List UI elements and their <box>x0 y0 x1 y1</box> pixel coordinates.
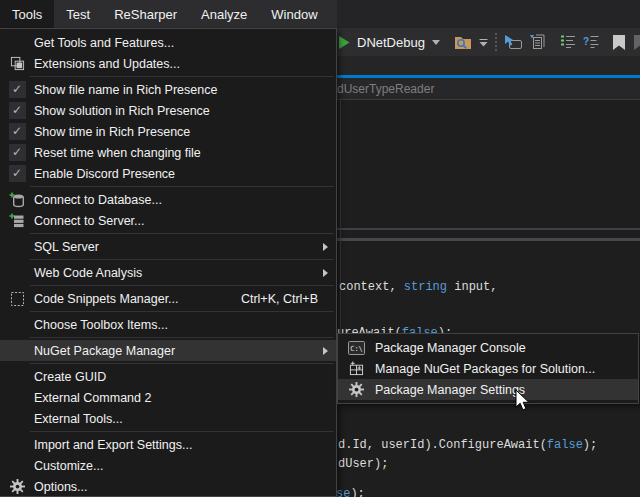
menu-separator <box>30 186 334 187</box>
menu-item-connect-to-database[interactable]: Connect to Database... <box>0 189 336 210</box>
menu-item-label: Options... <box>34 480 88 494</box>
menu-item-label: External Command 2 <box>34 391 151 405</box>
checkmark-icon: ✓ <box>9 144 26 161</box>
split-dropdown-caret-icon[interactable] <box>479 38 488 47</box>
menu-item-label: Choose Toolbox Items... <box>34 318 168 332</box>
submenu-arrow-icon <box>323 347 328 355</box>
run-configuration-label[interactable]: DNetDebug <box>357 35 425 50</box>
menu-item-create-guid[interactable]: Create GUID <box>0 366 336 387</box>
toolbar: DNetDebug ? <box>337 28 640 56</box>
checkmark-icon: ✓ <box>9 102 26 119</box>
comment-lines-icon[interactable]: ? <box>583 35 599 49</box>
menu-item-label: Import and Export Settings... <box>34 438 192 452</box>
format-document-icon[interactable] <box>560 35 576 49</box>
svg-text:?: ? <box>583 36 589 47</box>
show-next-statement-icon[interactable] <box>504 35 523 50</box>
menu-item-label: Create GUID <box>34 370 106 384</box>
menu-separator <box>30 363 334 364</box>
menu-item-external-command-2[interactable]: External Command 2 <box>0 387 336 408</box>
code-line: dUser); <box>338 457 388 471</box>
menubar-item-tools[interactable]: Tools <box>0 0 54 28</box>
menu-item-extensions-and-updates[interactable]: Extensions and Updates... <box>0 53 336 74</box>
menu-separator <box>30 285 334 286</box>
submenu-item-package-manager-console[interactable]: C:\Package Manager Console <box>338 337 638 358</box>
submenu-arrow-icon <box>323 243 328 251</box>
extensions-icon <box>0 56 34 71</box>
menu-item-external-tools[interactable]: External Tools... <box>0 408 336 429</box>
menu-item-show-time-in-rich-presence[interactable]: ✓Show time in Rich Presence <box>0 121 336 142</box>
config-dropdown-caret-icon[interactable] <box>432 40 440 45</box>
menu-item-sql-server[interactable]: SQL Server <box>0 236 336 257</box>
checkmark-icon: ✓ <box>0 81 34 98</box>
menu-item-choose-toolbox-items[interactable]: Choose Toolbox Items... <box>0 314 336 335</box>
menu-item-label: Code Snippets Manager... <box>34 292 179 306</box>
menu-item-label: Web Code Analysis <box>34 266 142 280</box>
menu-item-label: Show file name in Rich Presence <box>34 83 217 97</box>
svg-text:C:\: C:\ <box>350 344 363 352</box>
bookmark-icon[interactable] <box>613 35 625 50</box>
menu-item-label: Show solution in Rich Presence <box>34 104 210 118</box>
menu-item-customize[interactable]: Customize... <box>0 455 336 476</box>
menu-item-label: Manage NuGet Packages for Solution... <box>375 362 595 376</box>
menu-separator <box>30 76 334 77</box>
menu-item-label: Extensions and Updates... <box>34 57 180 71</box>
menu-item-code-snippets-manager[interactable]: Code Snippets Manager...Ctrl+K, Ctrl+B <box>0 288 336 309</box>
menu-separator <box>30 311 334 312</box>
menu-item-get-tools-and-features[interactable]: Get Tools and Features... <box>0 32 336 53</box>
menu-item-label: Reset time when changing file <box>34 146 201 160</box>
checkmark-icon: ✓ <box>0 102 34 119</box>
menubar-right-filler <box>337 0 640 28</box>
breadcrumb-bar[interactable]: dUserTypeReader <box>337 78 640 100</box>
checkmark-icon: ✓ <box>9 123 26 140</box>
menu-item-label: SQL Server <box>34 240 99 254</box>
tab-bar: csIAudioChannel.csAudioService.cs <box>337 56 640 75</box>
gear-icon <box>338 382 375 397</box>
checkmark-icon: ✓ <box>0 165 34 182</box>
submenu-arrow-icon <box>323 269 328 277</box>
nuget-manage-icon <box>338 361 375 376</box>
tools-menu: Get Tools and Features...Extensions and … <box>0 28 337 497</box>
code-line: context, string input, <box>339 280 497 294</box>
menu-item-options[interactable]: Options... <box>0 476 336 497</box>
menu-item-label: Package Manager Console <box>375 341 526 355</box>
menu-separator <box>30 233 334 234</box>
menu-item-import-and-export-settings[interactable]: Import and Export Settings... <box>0 434 336 455</box>
menu-item-show-solution-in-rich-presence[interactable]: ✓Show solution in Rich Presence <box>0 100 336 121</box>
snippets-icon <box>0 291 34 307</box>
menu-item-label: Connect to Server... <box>34 214 144 228</box>
menu-item-label: Customize... <box>34 459 103 473</box>
editor-separator-line <box>337 238 640 241</box>
menubar-item-window[interactable]: Window <box>259 0 329 28</box>
menu-item-shortcut: Ctrl+K, Ctrl+B <box>241 292 336 306</box>
copy-document-icon[interactable] <box>530 34 546 50</box>
find-in-files-icon[interactable] <box>454 35 472 50</box>
gear-icon <box>0 479 34 494</box>
bookmark-next-icon[interactable] <box>632 35 640 50</box>
menu-item-show-file-name-in-rich-presence[interactable]: ✓Show file name in Rich Presence <box>0 79 336 100</box>
menu-item-connect-to-server[interactable]: Connect to Server... <box>0 210 336 231</box>
checkmark-icon: ✓ <box>9 81 26 98</box>
editor-margin-line <box>340 100 341 333</box>
menu-item-enable-discord-presence[interactable]: ✓Enable Discord Presence <box>0 163 336 184</box>
run-icon[interactable] <box>338 36 350 49</box>
mouse-cursor <box>515 389 532 417</box>
menu-item-label: Package Manager Settings <box>375 383 525 397</box>
menu-item-nuget-package-manager[interactable]: NuGet Package Manager <box>0 340 336 361</box>
menu-item-web-code-analysis[interactable]: Web Code Analysis <box>0 262 336 283</box>
checkmark-icon: ✓ <box>0 144 34 161</box>
menubar-item-analyze[interactable]: Analyze <box>189 0 259 28</box>
submenu-item-package-manager-settings[interactable]: Package Manager Settings <box>338 379 638 400</box>
menubar-item-resharper[interactable]: ReSharper <box>102 0 189 28</box>
database-add-icon <box>0 192 34 208</box>
breadcrumb-text: dUserTypeReader <box>337 82 434 96</box>
menubar-item-test[interactable]: Test <box>54 0 102 28</box>
nuget-package-manager-submenu: C:\Package Manager ConsoleManage NuGet P… <box>337 333 639 404</box>
toolbar-grip[interactable] <box>495 33 497 51</box>
checkmark-icon: ✓ <box>9 165 26 182</box>
menu-item-label: Enable Discord Presence <box>34 167 175 181</box>
menu-separator <box>30 337 334 338</box>
code-line: d.Id, userId).ConfigureAwait(false); <box>338 438 597 452</box>
submenu-item-manage-nuget-packages-for-solution[interactable]: Manage NuGet Packages for Solution... <box>338 358 638 379</box>
menu-separator <box>30 259 334 260</box>
menu-item-reset-time-when-changing-file[interactable]: ✓Reset time when changing file <box>0 142 336 163</box>
